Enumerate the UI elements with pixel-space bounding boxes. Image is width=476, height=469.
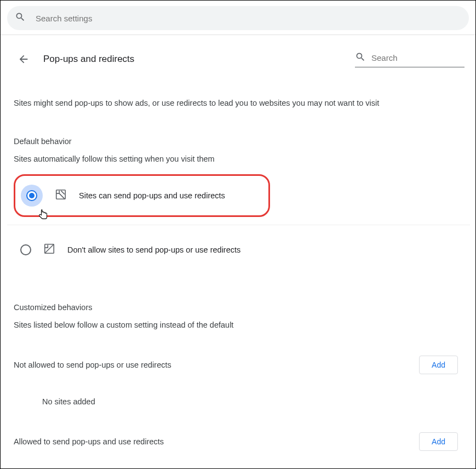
radio-option-block[interactable]: Don't allow sites to send pop-ups or use… [14, 235, 470, 265]
allowed-row: Allowed to send pop-ups and use redirect… [14, 432, 470, 451]
add-allowed-button[interactable]: Add [419, 432, 458, 451]
radio-label: Sites can send pop-ups and use redirects [79, 191, 225, 200]
option-divider [7, 225, 470, 225]
add-not-allowed-button[interactable]: Add [419, 356, 458, 374]
top-search-input[interactable] [36, 14, 461, 23]
popup-open-icon [55, 188, 67, 203]
search-icon [355, 52, 371, 65]
default-behavior-subtitle: Sites automatically follow this setting … [14, 155, 470, 163]
radio-button-selected[interactable] [21, 185, 43, 207]
customized-subtitle: Sites listed below follow a custom setti… [14, 321, 470, 329]
header-row: Pop-ups and redirects [14, 46, 470, 72]
search-icon [15, 12, 26, 25]
header-search-input[interactable] [371, 53, 464, 62]
radio-button-unselected[interactable] [20, 244, 31, 255]
back-button[interactable] [14, 49, 33, 69]
not-allowed-empty: No sites added [42, 397, 470, 406]
radio-label: Don't allow sites to send pop-ups or use… [67, 245, 240, 254]
allowed-title: Allowed to send pop-ups and use redirect… [14, 437, 164, 446]
default-behavior-title: Default behavior [14, 137, 470, 146]
svg-line-2 [45, 244, 54, 254]
highlighted-option: Sites can send pop-ups and use redirects [14, 174, 270, 217]
page-title: Pop-ups and redirects [43, 54, 134, 65]
cursor-pointer-icon [37, 208, 48, 223]
divider [1, 35, 475, 35]
not-allowed-title: Not allowed to send pop-ups or use redir… [14, 361, 171, 369]
radio-option-allow[interactable]: Sites can send pop-ups and use redirects [16, 177, 267, 214]
popup-block-icon [43, 243, 55, 257]
not-allowed-row: Not allowed to send pop-ups or use redir… [14, 356, 470, 374]
header-search[interactable] [355, 52, 464, 67]
customized-title: Customized behaviors [14, 303, 470, 312]
top-search-bar[interactable] [7, 6, 469, 30]
page-description: Sites might send pop-ups to show ads, or… [14, 99, 470, 107]
